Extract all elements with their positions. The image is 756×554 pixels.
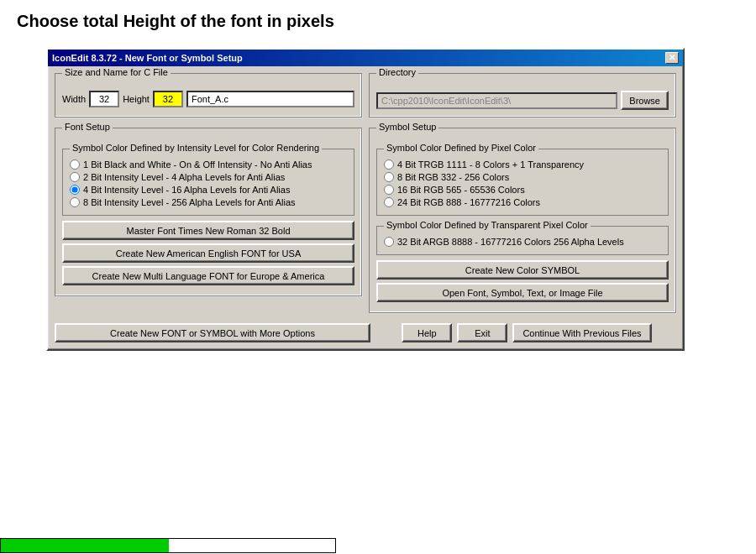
radio-intensity-2[interactable]: 2 Bit Intensity Level - 4 Alpha Levels f…: [70, 172, 347, 182]
directory-input[interactable]: [376, 92, 617, 109]
radio-intensity-3[interactable]: 4 Bit Intensity Level - 16 Alpha Levels …: [70, 185, 347, 195]
directory-group-title: Directory: [376, 67, 418, 77]
dialog-window: IconEdit 8.3.72 - New Font or Symbol Set…: [46, 48, 685, 351]
intensity-radio-group: 1 Bit Black and White - On & Off Intensi…: [70, 159, 347, 207]
create-english-font-button[interactable]: Create New American English FONT for USA: [62, 243, 354, 263]
font-setup-title: Font Setup: [62, 122, 113, 132]
intensity-group-title: Symbol Color Defined by Intensity Level …: [70, 143, 322, 153]
height-input[interactable]: [153, 91, 183, 107]
height-label: Height: [123, 94, 150, 104]
size-group-title: Size and Name for C File: [62, 67, 171, 77]
dialog-titlebar: IconEdit 8.3.72 - New Font or Symbol Set…: [48, 50, 683, 66]
radio-pixel-4[interactable]: 24 Bit RGB 888 - 16777216 Colors: [384, 197, 661, 207]
browse-button[interactable]: Browse: [621, 91, 669, 110]
dialog-title: IconEdit 8.3.72 - New Font or Symbol Set…: [52, 53, 243, 63]
create-font-symbol-options-button[interactable]: Create New FONT or SYMBOL with More Opti…: [55, 323, 370, 342]
radio-intensity-4[interactable]: 8 Bit Intensity Level - 256 Alpha Levels…: [70, 197, 347, 207]
create-color-symbol-button[interactable]: Create New Color SYMBOL: [376, 260, 669, 280]
pixel-color-radio-group: 4 Bit TRGB 1111 - 8 Colors + 1 Transpare…: [384, 159, 661, 207]
transparent-radio-group: 32 Bit ARGB 8888 - 16777216 Colors 256 A…: [384, 237, 661, 247]
radio-transparent-1[interactable]: 32 Bit ARGB 8888 - 16777216 Colors 256 A…: [384, 237, 661, 247]
radio-pixel-2[interactable]: 8 Bit RGB 332 - 256 Colors: [384, 172, 661, 182]
radio-intensity-1[interactable]: 1 Bit Black and White - On & Off Intensi…: [70, 159, 347, 170]
radio-pixel-1[interactable]: 4 Bit TRGB 1111 - 8 Colors + 1 Transpare…: [384, 159, 661, 170]
close-button[interactable]: ✕: [665, 52, 679, 64]
symbol-setup-title: Symbol Setup: [376, 122, 438, 132]
radio-pixel-3[interactable]: 16 Bit RGB 565 - 65536 Colors: [384, 185, 661, 195]
open-font-button[interactable]: Open Font, Symbol, Text, or Image File: [376, 283, 669, 302]
pixel-color-group-title: Symbol Color Defined by Pixel Color: [384, 143, 538, 153]
width-input[interactable]: [89, 91, 119, 107]
continue-button[interactable]: Continue With Previous Files: [512, 323, 651, 342]
help-button[interactable]: Help: [402, 323, 452, 342]
filename-input[interactable]: [186, 91, 354, 107]
create-multilang-font-button[interactable]: Create New Multi Language FONT for Europ…: [62, 266, 354, 285]
exit-button[interactable]: Exit: [457, 323, 507, 342]
page-title: Choose total Height of the font in pixel…: [0, 0, 756, 39]
transparent-group-title: Symbol Color Defined by Transparent Pixe…: [384, 220, 591, 230]
master-font-button[interactable]: Master Font Times New Roman 32 Bold: [62, 221, 354, 240]
width-label: Width: [62, 94, 86, 104]
